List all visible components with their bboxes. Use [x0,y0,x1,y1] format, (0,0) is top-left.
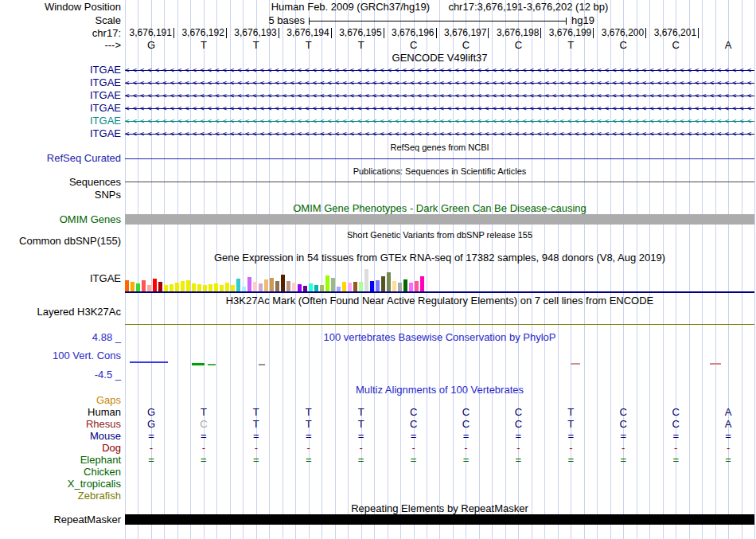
gtex-tissue-bar[interactable] [136,283,140,291]
gtex-tissue-bar[interactable] [303,286,307,291]
gene-track-label[interactable]: ITGAE [0,64,121,76]
species-label-x_tropicalis[interactable]: X_tropicalis [0,478,121,490]
gtex-tissue-bar[interactable] [309,283,313,291]
species-label-dog[interactable]: Dog [0,443,121,454]
gtex-tissue-bar[interactable] [286,281,290,291]
gtex-tissue-bar[interactable] [320,285,324,291]
phylop-track-label[interactable]: 100 Vert. Cons [0,350,121,361]
gtex-tissue-bar[interactable] [142,280,146,291]
gtex-tissue-bar[interactable] [164,285,168,291]
gtex-tissue-bar[interactable] [197,284,201,291]
h3k27ac-header: H3K27Ac Mark (Often Found Near Active Re… [125,295,754,307]
species-label-chicken[interactable]: Chicken [0,467,121,478]
repeatmasker-label[interactable]: RepeatMasker [0,514,121,525]
alignment-row-dog[interactable]: ------------ [125,443,754,454]
gtex-tissue-bar[interactable] [158,282,162,291]
gtex-tissue-bar[interactable] [420,276,424,291]
sequences-label[interactable]: Sequences [0,177,121,188]
gtex-tissue-bar[interactable] [153,279,157,291]
gtex-tissue-bar[interactable] [270,278,274,291]
snps-label[interactable]: SNPs [0,189,121,201]
species-label-zebrafish[interactable]: Zebrafish [0,490,121,502]
gtex-tissue-bar[interactable] [186,280,190,291]
gtex-tissue-bar[interactable] [236,279,240,291]
gene-transcript-row[interactable]: <<<<<<<<<<<<<<<<<<<<<<<<<<<<<<<<<<<<<<<<… [125,130,754,139]
species-label-elephant[interactable]: Elephant [0,455,121,466]
gtex-tissue-bar[interactable] [387,272,391,291]
gtex-tissue-bar[interactable] [381,276,385,291]
gtex-tissue-bar[interactable] [170,284,173,291]
h3k27ac-line[interactable] [125,324,754,325]
gene-transcript-row[interactable]: <<<<<<<<<<<<<<<<<<<<<<<<<<<<<<<<<<<<<<<<… [125,104,754,113]
gtex-tissue-bar[interactable] [247,277,251,291]
h3k27ac-label[interactable]: Layered H3K27Ac [0,307,121,318]
gtex-tissue-bar[interactable] [353,282,357,291]
alignment-row-human[interactable]: GTTTTCCCTCCA [125,407,754,418]
alignment-base: C [649,419,702,430]
gene-track-label[interactable]: ITGAE [0,77,121,88]
genome-browser-image[interactable]: Window Position Human Feb. 2009 (GRCh37/… [0,0,756,539]
ruler-coordinate: 3,676,191 [125,28,174,38]
gtex-tissue-bar[interactable] [298,284,302,291]
repeatmasker-bar[interactable] [125,514,754,525]
gtex-tissue-bar[interactable] [292,283,296,291]
gtex-tissue-bar[interactable] [370,281,374,291]
omim-genes-label[interactable]: OMIM Genes [0,214,121,225]
species-label-human[interactable]: Human [0,407,121,418]
phylop-track[interactable] [125,353,754,373]
gtex-tissue-bar[interactable] [398,283,402,291]
gene-transcript-row[interactable]: <<<<<<<<<<<<<<<<<<<<<<<<<<<<<<<<<<<<<<<<… [125,92,754,100]
gene-transcript-row[interactable]: <<<<<<<<<<<<<<<<<<<<<<<<<<<<<<<<<<<<<<<<… [125,79,754,88]
gtex-tissue-bar[interactable] [364,269,368,291]
gtex-tissue-bar[interactable] [415,281,419,291]
gtex-tissue-bar[interactable] [131,282,134,291]
gtex-tissue-bar[interactable] [275,281,279,291]
gtex-tissue-bar[interactable] [403,279,407,291]
gene-track-label[interactable]: ITGAE [0,128,121,139]
gtex-tissue-bar[interactable] [175,283,179,291]
gtex-tissue-bar[interactable] [392,281,396,291]
gtex-tissue-bar[interactable] [409,283,413,291]
species-label-mouse[interactable]: Mouse [0,431,121,442]
gtex-tissue-bar[interactable] [220,285,224,291]
gtex-tissue-bar[interactable] [314,285,318,291]
ruler-row[interactable]: 3,676,1913,676,1923,676,1933,676,1943,67… [125,28,754,38]
gtex-tissue-bar[interactable] [264,279,268,291]
gtex-tissue-bar[interactable] [281,275,285,291]
alignment-base: = [597,431,649,442]
gtex-tissue-bar[interactable] [203,285,207,291]
dbsnp-label[interactable]: Common dbSNP(155) [0,236,121,247]
refseq-curated-label[interactable]: RefSeq Curated [0,153,121,164]
alignment-row-rhesus[interactable]: GCTTTCCCTCCA [125,419,754,430]
gtex-tissue-bar[interactable] [376,280,380,291]
gtex-tissue-bar[interactable] [181,281,185,291]
gtex-tissue-bar[interactable] [359,282,363,291]
omim-bar[interactable] [125,214,754,225]
gtex-tissue-bar[interactable] [147,285,151,291]
gtex-tissue-bar[interactable] [259,283,263,291]
gtex-tissue-bar[interactable] [325,275,329,291]
gtex-gene-label[interactable]: ITGAE [0,273,121,284]
gtex-tissue-bar[interactable] [342,282,346,291]
gtex-bars[interactable] [125,266,754,291]
gtex-tissue-bar[interactable] [192,283,196,291]
gene-transcript-row[interactable]: <<<<<<<<<<<<<<<<<<<<<<<<<<<<<<<<<<<<<<<<… [125,66,754,75]
gene-track-label[interactable]: ITGAE [0,103,121,114]
gtex-tissue-bar[interactable] [253,282,257,291]
gtex-tissue-bar[interactable] [214,283,218,291]
alignment-row-elephant[interactable]: ============ [125,455,754,466]
gene-transcript-row[interactable]: <<<<<<<<<<<<<<<<<<<<<<<<<<<<<<<<<<<<<<<<… [125,117,754,126]
gtex-tissue-bar[interactable] [125,280,129,291]
gtex-tissue-bar[interactable] [225,283,229,291]
sequences-line[interactable] [125,182,754,182]
gene-track-label[interactable]: ITGAE [0,115,121,127]
gtex-tissue-bar[interactable] [348,283,352,291]
gtex-tissue-bar[interactable] [231,285,235,291]
gene-track-label[interactable]: ITGAE [0,90,121,101]
species-label-rhesus[interactable]: Rhesus [0,419,121,430]
refseq-curated-line[interactable] [125,158,754,159]
species-label-gaps[interactable]: Gaps [0,395,121,406]
alignment-row-mouse[interactable]: ============ [125,431,754,442]
gtex-tissue-bar[interactable] [331,278,335,291]
gtex-tissue-bar[interactable] [208,284,212,291]
